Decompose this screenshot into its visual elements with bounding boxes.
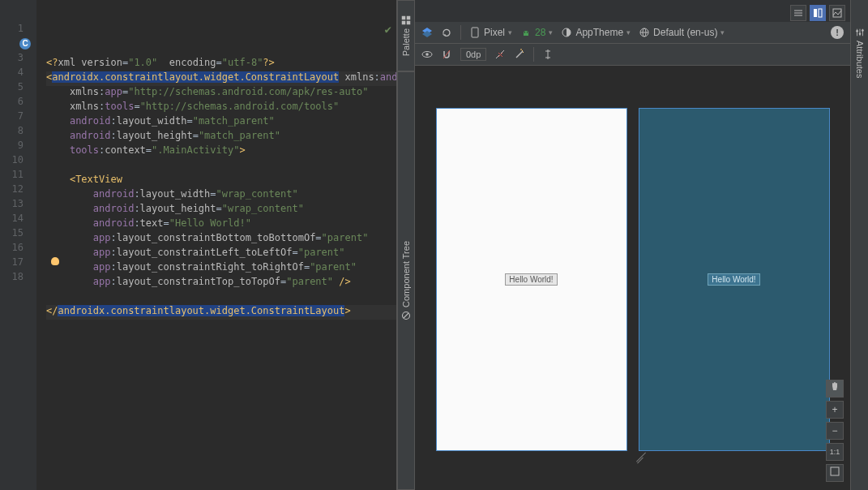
code-line[interactable]: xmlns:tools="http://schemas.android.com/…	[46, 101, 396, 115]
view-mode-switcher	[790, 5, 845, 21]
design-toolbar-secondary: 0dp	[415, 44, 850, 66]
code-line[interactable]: android:layout_width="match_parent"	[46, 115, 396, 130]
svg-rect-2	[402, 21, 406, 25]
zoom-reset-button[interactable]	[826, 464, 844, 482]
wand-icon	[514, 49, 525, 60]
orientation-button[interactable]	[441, 27, 452, 38]
device-label: Pixel	[484, 27, 505, 38]
design-preview-panel: Pixel ▾ 28 ▾ AppTheme ▾ Default (en-us) …	[415, 0, 850, 490]
locale-select[interactable]: Default (en-us) ▾	[639, 27, 725, 38]
pan-button[interactable]	[826, 380, 844, 398]
palette-label: Palette	[401, 28, 411, 56]
forbidden-icon	[401, 311, 411, 320]
preview-textview-blueprint[interactable]: Hello World!	[708, 273, 759, 286]
svg-point-15	[524, 32, 525, 32]
infer-constraints-button[interactable]	[514, 49, 525, 60]
code-line[interactable]: app:layout_constraintLeft_toLeftOf="pare…	[46, 247, 396, 261]
phone-icon	[469, 27, 481, 38]
code-line[interactable]: <?xml version="1.0" encoding="utf-8"?>	[46, 57, 396, 71]
clear-constraints-button[interactable]	[494, 49, 506, 60]
resize-handle-icon[interactable]	[633, 449, 649, 465]
svg-point-35	[858, 32, 861, 35]
palette-icon	[401, 15, 411, 25]
code-line[interactable]: android:layout_height="wrap_content"	[46, 203, 396, 217]
guidelines-icon	[542, 49, 554, 60]
zoom-fit-button[interactable]: 1:1	[826, 443, 844, 461]
theme-label: AppTheme	[575, 27, 623, 38]
code-line[interactable]: </androidx.constraintlayout.widget.Const…	[46, 305, 396, 320]
view-options-button[interactable]	[421, 49, 433, 60]
svg-rect-1	[407, 16, 411, 20]
design-surface-button[interactable]	[421, 27, 433, 38]
svg-rect-9	[814, 9, 817, 17]
theme-icon	[561, 27, 572, 38]
clear-constraints-icon	[494, 49, 506, 60]
zoom-controls: + − 1:1	[826, 380, 844, 482]
warnings-button[interactable]: !	[831, 26, 844, 39]
sliders-icon	[855, 28, 865, 37]
theme-select[interactable]: AppTheme ▾	[561, 27, 631, 38]
attributes-tab[interactable]: Attributes	[850, 0, 868, 490]
code-line[interactable]	[46, 290, 396, 305]
svg-point-16	[527, 32, 528, 32]
palette-tab[interactable]: Palette	[397, 0, 415, 71]
view-split-button[interactable]	[810, 5, 826, 21]
autoconnect-button[interactable]	[441, 49, 452, 60]
svg-line-26	[516, 51, 523, 58]
svg-point-36	[862, 29, 864, 32]
svg-rect-11	[833, 9, 841, 17]
code-line[interactable]: android:layout_width="wrap_content"	[46, 188, 396, 203]
api-select[interactable]: 28 ▾	[520, 27, 553, 38]
component-tree-label: Component Tree	[401, 241, 411, 307]
rotate-icon	[441, 27, 452, 38]
default-margin[interactable]: 0dp	[460, 48, 486, 61]
svg-marker-13	[422, 31, 432, 37]
svg-rect-0	[402, 16, 406, 20]
view-design-button[interactable]	[829, 5, 845, 21]
hand-icon	[829, 380, 840, 392]
magnet-icon	[441, 49, 452, 60]
code-line[interactable]: <TextView	[46, 174, 396, 188]
svg-point-34	[856, 30, 858, 32]
chevron-down-icon: ▾	[549, 28, 553, 37]
chevron-down-icon: ▾	[626, 28, 631, 37]
code-area[interactable]: ✔ <?xml version="1.0" encoding="utf-8"?>…	[36, 0, 396, 490]
gutter: 12C3456789101112131415161718	[0, 0, 36, 490]
zoom-out-button[interactable]: −	[826, 422, 844, 440]
code-line[interactable]	[46, 159, 396, 174]
svg-rect-10	[819, 9, 822, 17]
code-editor[interactable]: 12C3456789101112131415161718 ✔ <?xml ver…	[0, 0, 397, 490]
design-toolbar: Pixel ▾ 28 ▾ AppTheme ▾ Default (en-us) …	[415, 22, 850, 44]
code-line[interactable]: app:layout_constraintTop_toTopOf="parent…	[46, 276, 396, 290]
code-line[interactable]: tools:context=".MainActivity">	[46, 144, 396, 159]
layers-icon	[421, 27, 433, 38]
component-tree-tab[interactable]: Component Tree	[397, 71, 415, 490]
status-ok-icon: ✔	[385, 23, 391, 36]
code-line[interactable]: app:layout_constraintRight_toRightOf="pa…	[46, 261, 396, 276]
device-select[interactable]: Pixel ▾	[469, 27, 512, 38]
attributes-label: Attributes	[855, 41, 865, 78]
api-label: 28	[535, 27, 545, 38]
code-line[interactable]: <androidx.constraintlayout.widget.Constr…	[46, 71, 396, 86]
design-canvas[interactable]: Hello World! Hello World! + − 1:1	[415, 66, 850, 490]
globe-icon	[639, 27, 650, 38]
svg-line-5	[404, 313, 408, 318]
locale-label: Default (en-us)	[653, 27, 717, 38]
preview-textview[interactable]: Hello World!	[505, 273, 557, 286]
code-line[interactable]: android:text="Hello World!"	[46, 217, 396, 232]
svg-point-22	[425, 53, 429, 56]
code-line[interactable]: app:layout_constraintBottom_toBottomOf="…	[46, 232, 396, 247]
device-frame-design[interactable]: Hello World!	[436, 108, 627, 451]
eye-icon	[421, 49, 433, 60]
guidelines-button[interactable]	[542, 49, 554, 60]
code-line[interactable]: xmlns:app="http://schemas.android.com/ap…	[46, 86, 396, 101]
zoom-in-button[interactable]: +	[826, 401, 844, 419]
chevron-down-icon: ▾	[720, 28, 725, 37]
svg-rect-14	[472, 28, 478, 37]
svg-rect-30	[831, 467, 839, 475]
code-line[interactable]: android:layout_height="match_parent"	[46, 130, 396, 144]
chevron-down-icon: ▾	[508, 28, 512, 37]
device-frame-blueprint[interactable]: Hello World!	[639, 108, 830, 451]
android-icon	[520, 27, 532, 38]
view-code-button[interactable]	[790, 5, 806, 21]
